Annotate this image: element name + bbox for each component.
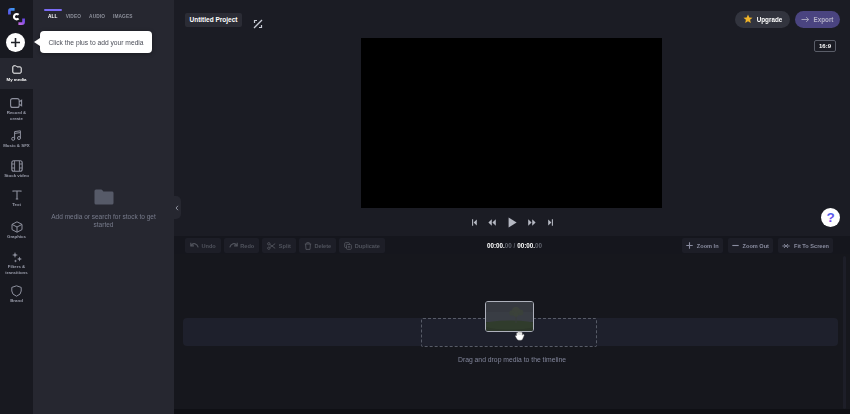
svg-text:?: ?: [826, 210, 834, 225]
